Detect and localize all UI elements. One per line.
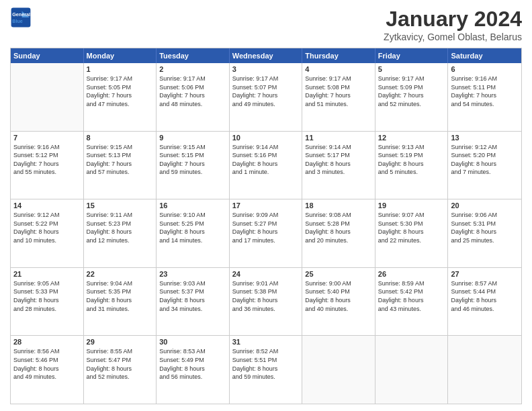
day-info: Sunrise: 9:03 AM Sunset: 5:37 PM Dayligh… — [159, 279, 226, 313]
day-info: Sunrise: 9:17 AM Sunset: 5:09 PM Dayligh… — [378, 75, 445, 108]
day-number: 4 — [305, 65, 372, 73]
week-5: 28Sunrise: 8:56 AM Sunset: 5:46 PM Dayli… — [11, 336, 521, 404]
day-cell: 15Sunrise: 9:11 AM Sunset: 5:23 PM Dayli… — [84, 199, 157, 267]
day-info: Sunrise: 9:17 AM Sunset: 5:05 PM Dayligh… — [87, 75, 154, 108]
svg-text:General: General — [12, 11, 30, 17]
day-cell: 26Sunrise: 8:59 AM Sunset: 5:42 PM Dayli… — [375, 268, 449, 336]
day-cell: 17Sunrise: 9:09 AM Sunset: 5:27 PM Dayli… — [230, 199, 303, 267]
day-number: 28 — [13, 338, 81, 346]
day-number: 22 — [87, 270, 154, 278]
day-cell: 6Sunrise: 9:16 AM Sunset: 5:11 PM Daylig… — [448, 63, 521, 131]
day-info: Sunrise: 9:05 AM Sunset: 5:33 PM Dayligh… — [13, 279, 81, 313]
day-number: 11 — [305, 134, 372, 142]
day-cell: 20Sunrise: 9:06 AM Sunset: 5:31 PM Dayli… — [448, 199, 521, 267]
day-cell: 16Sunrise: 9:10 AM Sunset: 5:25 PM Dayli… — [157, 199, 230, 267]
day-info: Sunrise: 8:55 AM Sunset: 5:47 PM Dayligh… — [87, 347, 154, 381]
day-info: Sunrise: 9:17 AM Sunset: 5:08 PM Dayligh… — [305, 75, 372, 108]
day-info: Sunrise: 9:01 AM Sunset: 5:38 PM Dayligh… — [232, 279, 300, 313]
day-info: Sunrise: 8:57 AM Sunset: 5:44 PM Dayligh… — [451, 279, 519, 313]
day-cell: 9Sunrise: 9:15 AM Sunset: 5:15 PM Daylig… — [157, 132, 230, 199]
day-number: 27 — [451, 270, 519, 278]
day-info: Sunrise: 9:15 AM Sunset: 5:15 PM Dayligh… — [159, 143, 226, 177]
day-info: Sunrise: 8:53 AM Sunset: 5:49 PM Dayligh… — [159, 347, 226, 381]
day-cell: 4Sunrise: 9:17 AM Sunset: 5:08 PM Daylig… — [302, 63, 375, 131]
day-cell: 13Sunrise: 9:12 AM Sunset: 5:20 PM Dayli… — [448, 132, 521, 199]
day-cell: 22Sunrise: 9:04 AM Sunset: 5:35 PM Dayli… — [84, 268, 157, 336]
logo-icon: General Blue — [10, 7, 32, 28]
day-info: Sunrise: 9:08 AM Sunset: 5:28 PM Dayligh… — [305, 211, 372, 244]
day-headers: SundayMondayTuesdayWednesdayThursdayFrid… — [11, 48, 521, 63]
day-cell: 3Sunrise: 9:17 AM Sunset: 5:07 PM Daylig… — [230, 63, 303, 131]
day-number: 25 — [305, 270, 372, 278]
day-cell: 7Sunrise: 9:16 AM Sunset: 5:12 PM Daylig… — [11, 132, 84, 199]
day-number: 6 — [451, 65, 519, 73]
logo: General Blue — [10, 7, 32, 28]
day-header-thursday: Thursday — [302, 48, 375, 63]
day-number: 12 — [378, 134, 445, 142]
day-info: Sunrise: 9:10 AM Sunset: 5:25 PM Dayligh… — [159, 211, 226, 244]
week-2: 7Sunrise: 9:16 AM Sunset: 5:12 PM Daylig… — [11, 132, 521, 200]
day-info: Sunrise: 9:12 AM Sunset: 5:20 PM Dayligh… — [451, 143, 519, 177]
day-number: 15 — [87, 201, 154, 210]
header: General Blue January 2024 Zytkavicy, Gom… — [10, 7, 522, 42]
day-info: Sunrise: 9:11 AM Sunset: 5:23 PM Dayligh… — [87, 211, 154, 244]
main-title: January 2024 — [384, 7, 522, 32]
day-header-saturday: Saturday — [448, 48, 521, 63]
day-header-friday: Friday — [375, 48, 449, 63]
day-cell — [302, 336, 375, 404]
day-cell: 25Sunrise: 9:00 AM Sunset: 5:40 PM Dayli… — [302, 268, 375, 336]
day-number: 7 — [13, 134, 81, 142]
day-cell — [375, 336, 449, 404]
day-cell: 19Sunrise: 9:07 AM Sunset: 5:30 PM Dayli… — [375, 199, 449, 267]
week-1: 1Sunrise: 9:17 AM Sunset: 5:05 PM Daylig… — [11, 63, 521, 132]
day-info: Sunrise: 9:09 AM Sunset: 5:27 PM Dayligh… — [232, 211, 300, 244]
day-info: Sunrise: 9:00 AM Sunset: 5:40 PM Dayligh… — [305, 279, 372, 313]
day-info: Sunrise: 9:14 AM Sunset: 5:17 PM Dayligh… — [305, 143, 372, 177]
day-number: 14 — [13, 201, 81, 210]
day-cell: 27Sunrise: 8:57 AM Sunset: 5:44 PM Dayli… — [448, 268, 521, 336]
day-cell: 23Sunrise: 9:03 AM Sunset: 5:37 PM Dayli… — [157, 268, 230, 336]
day-cell — [448, 336, 521, 404]
day-cell: 28Sunrise: 8:56 AM Sunset: 5:46 PM Dayli… — [11, 336, 84, 404]
day-number: 19 — [378, 201, 445, 210]
day-number: 21 — [13, 270, 81, 278]
day-cell: 8Sunrise: 9:15 AM Sunset: 5:13 PM Daylig… — [84, 132, 157, 199]
day-cell: 29Sunrise: 8:55 AM Sunset: 5:47 PM Dayli… — [84, 336, 157, 404]
day-info: Sunrise: 9:15 AM Sunset: 5:13 PM Dayligh… — [87, 143, 154, 177]
day-header-wednesday: Wednesday — [230, 48, 303, 63]
day-info: Sunrise: 8:56 AM Sunset: 5:46 PM Dayligh… — [13, 347, 81, 381]
day-header-monday: Monday — [84, 48, 157, 63]
day-header-tuesday: Tuesday — [157, 48, 230, 63]
day-number: 29 — [87, 338, 154, 346]
week-4: 21Sunrise: 9:05 AM Sunset: 5:33 PM Dayli… — [11, 268, 521, 336]
day-number: 30 — [159, 338, 226, 346]
day-number: 1 — [87, 65, 154, 73]
day-info: Sunrise: 8:52 AM Sunset: 5:51 PM Dayligh… — [232, 347, 300, 381]
day-cell: 5Sunrise: 9:17 AM Sunset: 5:09 PM Daylig… — [375, 63, 449, 131]
day-cell: 31Sunrise: 8:52 AM Sunset: 5:51 PM Dayli… — [230, 336, 303, 404]
day-cell: 11Sunrise: 9:14 AM Sunset: 5:17 PM Dayli… — [302, 132, 375, 199]
week-3: 14Sunrise: 9:12 AM Sunset: 5:22 PM Dayli… — [11, 199, 521, 268]
day-number: 20 — [451, 201, 519, 210]
day-cell: 18Sunrise: 9:08 AM Sunset: 5:28 PM Dayli… — [302, 199, 375, 267]
day-info: Sunrise: 8:59 AM Sunset: 5:42 PM Dayligh… — [378, 279, 445, 313]
subtitle: Zytkavicy, Gomel Oblast, Belarus — [384, 32, 522, 42]
day-cell: 14Sunrise: 9:12 AM Sunset: 5:22 PM Dayli… — [11, 199, 84, 267]
day-info: Sunrise: 9:07 AM Sunset: 5:30 PM Dayligh… — [378, 211, 445, 244]
weeks: 1Sunrise: 9:17 AM Sunset: 5:05 PM Daylig… — [11, 63, 521, 404]
day-info: Sunrise: 9:16 AM Sunset: 5:11 PM Dayligh… — [451, 75, 519, 108]
day-number: 16 — [159, 201, 226, 210]
day-number: 24 — [232, 270, 300, 278]
day-header-sunday: Sunday — [11, 48, 84, 63]
day-info: Sunrise: 9:17 AM Sunset: 5:06 PM Dayligh… — [159, 75, 226, 108]
day-info: Sunrise: 9:12 AM Sunset: 5:22 PM Dayligh… — [13, 211, 81, 244]
day-number: 2 — [159, 65, 226, 73]
day-cell: 30Sunrise: 8:53 AM Sunset: 5:49 PM Dayli… — [157, 336, 230, 404]
day-number: 8 — [87, 134, 154, 142]
svg-text:Blue: Blue — [12, 18, 23, 24]
day-cell: 21Sunrise: 9:05 AM Sunset: 5:33 PM Dayli… — [11, 268, 84, 336]
page: General Blue January 2024 Zytkavicy, Gom… — [0, 0, 532, 411]
day-number: 13 — [451, 134, 519, 142]
day-info: Sunrise: 9:13 AM Sunset: 5:19 PM Dayligh… — [378, 143, 445, 177]
day-number: 26 — [378, 270, 445, 278]
